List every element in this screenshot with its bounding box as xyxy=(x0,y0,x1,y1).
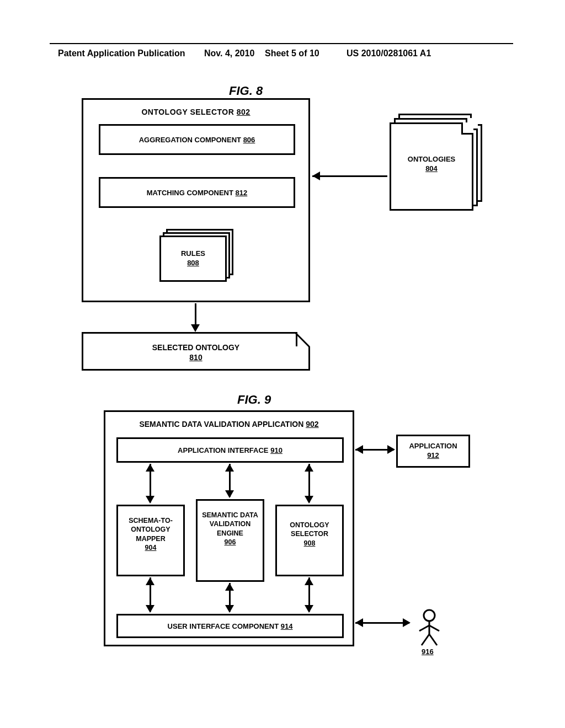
ontology-selector-box-9: ONTOLOGY SELECTOR 908 xyxy=(275,505,344,576)
matching-component-box: MATCHING COMPONENT 812 xyxy=(99,177,295,208)
rules-ref: 808 xyxy=(187,259,199,267)
semantic-app-text: SEMANTIC DATA VALIDATION APPLICATION xyxy=(139,420,303,429)
user-icon xyxy=(414,609,445,647)
user-interface-box: USER INTERFACE COMPONENT 914 xyxy=(116,614,344,638)
ontologies-stack: ONTOLOGIES 804 xyxy=(390,114,482,212)
arrow-up-icon xyxy=(305,464,313,472)
rules-stack: RULES 808 xyxy=(159,229,233,282)
schema-mapper-box: SCHEMA-TO-ONTOLOGY MAPPER 904 xyxy=(116,505,185,576)
semantic-app-title: SEMANTIC DATA VALIDATION APPLICATION 902 xyxy=(105,420,353,429)
user-interface-ref: 914 xyxy=(281,622,293,630)
aggregation-component-box: AGGREGATION COMPONENT 806 xyxy=(99,124,295,155)
arrow-left-icon xyxy=(312,172,320,180)
application-912-text: APPLICATION xyxy=(409,442,457,450)
svg-line-3 xyxy=(429,625,439,631)
validation-engine-box: SEMANTIC DATA VALIDATION ENGINE 906 xyxy=(196,499,264,582)
arrow-down-icon xyxy=(225,605,234,613)
header-publication: Patent Application Publication xyxy=(58,49,185,58)
header-rule xyxy=(50,43,513,44)
arrow-down-icon xyxy=(191,324,200,332)
ontologies-text: ONTOLOGIES xyxy=(408,155,455,163)
arrow-up-icon xyxy=(146,464,154,472)
application-912-ref: 912 xyxy=(427,451,439,459)
semantic-app-box: SEMANTIC DATA VALIDATION APPLICATION 902… xyxy=(104,410,354,646)
validation-engine-text: SEMANTIC DATA VALIDATION ENGINE xyxy=(202,511,258,537)
app-interface-box: APPLICATION INTERFACE 910 xyxy=(116,437,344,463)
arrow-up-icon xyxy=(225,583,234,591)
schema-mapper-text: SCHEMA-TO-ONTOLOGY MAPPER xyxy=(129,517,173,543)
application-912-box: APPLICATION 912 xyxy=(396,435,470,468)
ontology-selector-text: ONTOLOGY SELECTOR xyxy=(141,108,234,116)
fold-icon xyxy=(461,122,473,135)
matching-component-text: MATCHING COMPONENT xyxy=(147,189,233,197)
schema-mapper-ref: 904 xyxy=(145,544,157,552)
ontologies-ref: 804 xyxy=(425,164,438,173)
arrow-804-to-802-line xyxy=(312,175,387,177)
arrow-down-icon xyxy=(146,496,154,504)
app-interface-text: APPLICATION INTERFACE xyxy=(178,446,268,454)
svg-point-0 xyxy=(424,610,435,621)
arrow-left-icon xyxy=(355,618,363,627)
app-interface-ref: 910 xyxy=(270,446,282,454)
arrow-left-icon xyxy=(355,445,363,454)
selected-ontology-text: SELECTED ONTOLOGY xyxy=(152,343,239,352)
ontology-selector-title: ONTOLOGY SELECTOR 802 xyxy=(83,108,308,116)
user-interface-text: USER INTERFACE COMPONENT xyxy=(168,622,279,630)
aggregation-component-text: AGGREGATION COMPONENT xyxy=(139,136,241,144)
arrow-down-icon xyxy=(305,496,313,504)
svg-line-2 xyxy=(419,625,429,631)
ontology-selector-9-ref: 908 xyxy=(304,539,316,547)
header-pubno: US 2010/0281061 A1 xyxy=(347,49,431,58)
arrow-up-icon xyxy=(305,577,313,585)
ontology-selector-9-text: ONTOLOGY SELECTOR xyxy=(290,521,329,538)
user-916-ref: 916 xyxy=(422,647,434,656)
svg-line-4 xyxy=(422,634,429,645)
matching-component-ref: 812 xyxy=(236,189,248,197)
ontologies-card-front: ONTOLOGIES 804 xyxy=(390,122,473,211)
figure-8-label: FIG. 8 xyxy=(229,84,263,98)
arrow-up-icon xyxy=(146,577,154,585)
header-sheet: Sheet 5 of 10 xyxy=(265,49,319,58)
selected-ontology-ref: 810 xyxy=(189,353,202,362)
aggregation-component-ref: 806 xyxy=(243,136,255,144)
figure-9-label: FIG. 9 xyxy=(237,393,271,407)
arrow-right-icon xyxy=(387,445,395,454)
clip-corner-icon xyxy=(296,332,310,346)
header-date: Nov. 4, 2010 xyxy=(204,49,254,58)
conn-914-916 xyxy=(355,622,409,624)
selected-ontology-box: SELECTED ONTOLOGY 810 xyxy=(82,332,310,371)
ontology-selector-ref: 802 xyxy=(237,108,250,116)
ontology-selector-box: ONTOLOGY SELECTOR 802 AGGREGATION COMPON… xyxy=(82,98,310,302)
rules-card-front: RULES 808 xyxy=(159,235,227,282)
arrow-down-icon xyxy=(225,490,234,498)
semantic-app-ref: 902 xyxy=(306,420,318,429)
svg-line-5 xyxy=(429,634,437,645)
arrow-up-icon xyxy=(225,464,234,472)
arrow-down-icon xyxy=(305,605,313,613)
rules-text: RULES xyxy=(181,249,205,258)
arrow-down-icon xyxy=(146,605,154,613)
validation-engine-ref: 906 xyxy=(225,538,236,546)
arrow-right-icon xyxy=(403,618,411,627)
page: Patent Application Publication Nov. 4, 2… xyxy=(0,0,565,728)
